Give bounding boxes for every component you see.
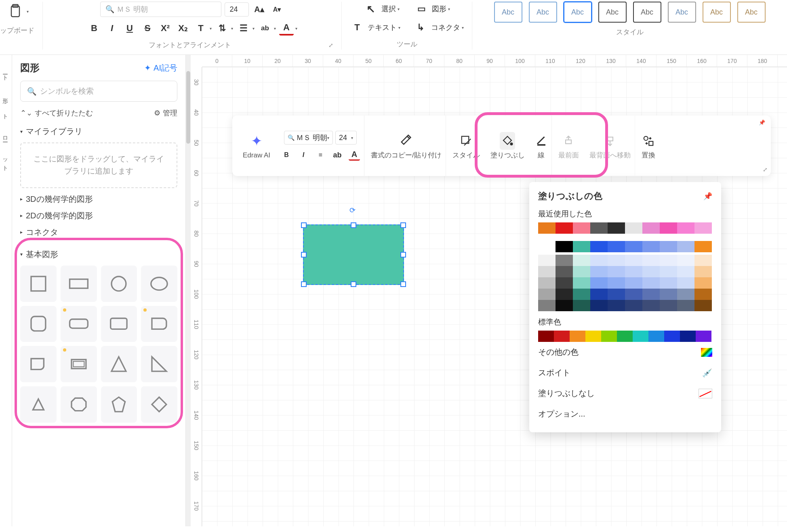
color-swatch[interactable]	[573, 255, 590, 266]
search-input[interactable]: 🔍 シンボルを検索	[20, 81, 177, 102]
shape-tile[interactable]	[101, 386, 137, 423]
paste-icon[interactable]	[6, 2, 25, 21]
shape-tile[interactable]	[61, 386, 97, 423]
font-family-select[interactable]: 🔍ＭＳ 明朝▾	[284, 131, 333, 145]
color-swatch[interactable]	[556, 277, 573, 289]
shape-tile[interactable]	[20, 346, 57, 382]
color-swatch[interactable]	[538, 300, 556, 311]
resize-handle[interactable]	[351, 281, 356, 287]
color-swatch[interactable]	[625, 222, 642, 234]
color-swatch[interactable]	[648, 331, 664, 342]
chevron-down-icon[interactable]: ▾	[448, 7, 450, 11]
color-swatch[interactable]	[608, 266, 625, 277]
bold-button[interactable]: B	[281, 149, 292, 161]
color-swatch[interactable]	[660, 289, 677, 300]
shape-tile[interactable]	[101, 306, 137, 342]
leftbar-item[interactable]: ト	[0, 102, 11, 124]
color-swatch[interactable]	[590, 277, 608, 289]
align-button[interactable]: ≡	[315, 149, 326, 161]
style-preset[interactable]: Abc	[529, 2, 557, 23]
style-icon[interactable]	[460, 132, 472, 150]
color-swatch[interactable]	[660, 300, 677, 311]
no-fill-button[interactable]: 塗りつぶしなし	[538, 383, 712, 404]
leftbar-item[interactable]: ロー	[0, 124, 11, 147]
shape-tile[interactable]	[20, 386, 57, 423]
eyedropper-button[interactable]: スポイト 💉	[538, 362, 712, 383]
color-swatch[interactable]	[660, 222, 677, 234]
color-swatch[interactable]	[608, 222, 625, 234]
color-swatch[interactable]	[538, 331, 554, 342]
resize-handle[interactable]	[301, 252, 307, 258]
font-color-button[interactable]: A	[279, 21, 294, 36]
text-format-button[interactable]: T	[194, 21, 208, 36]
color-swatch[interactable]	[573, 300, 590, 311]
color-swatch[interactable]	[608, 255, 625, 266]
color-swatch[interactable]	[573, 222, 590, 234]
section-3d[interactable]: ▸3Dの幾何学的図形	[20, 194, 177, 205]
color-swatch[interactable]	[590, 222, 608, 234]
shapes-icon[interactable]: ▭	[414, 2, 429, 16]
chevron-down-icon[interactable]: ▾	[398, 7, 400, 11]
italic-button[interactable]: I	[105, 21, 119, 36]
chevron-down-icon[interactable]: ▾	[398, 25, 400, 30]
dialog-launcher-icon[interactable]: ⤢	[763, 166, 768, 173]
dialog-launcher-icon[interactable]: ⤢	[328, 42, 333, 48]
color-swatch[interactable]	[677, 255, 694, 266]
color-swatch[interactable]	[677, 222, 694, 234]
shape-tile[interactable]	[101, 266, 137, 302]
resize-handle[interactable]	[301, 222, 307, 228]
color-swatch[interactable]	[677, 300, 694, 311]
color-swatch[interactable]	[608, 300, 625, 311]
color-swatch[interactable]	[538, 266, 556, 277]
color-swatch[interactable]	[538, 222, 556, 234]
italic-button[interactable]: I	[298, 149, 309, 161]
color-swatch[interactable]	[694, 241, 712, 252]
color-swatch[interactable]	[694, 255, 712, 266]
shape-tile[interactable]	[141, 266, 177, 302]
shape-tile[interactable]	[141, 306, 177, 342]
leftbar-item[interactable]: ート	[0, 63, 11, 86]
leftbar-item[interactable]: ット	[0, 147, 11, 176]
color-swatch[interactable]	[585, 331, 601, 342]
strikethrough-button[interactable]: S	[140, 21, 155, 36]
color-swatch[interactable]	[642, 300, 660, 311]
text-icon[interactable]: T	[350, 20, 364, 35]
chevron-down-icon[interactable]: ▾	[27, 9, 29, 14]
resize-handle[interactable]	[400, 252, 406, 258]
color-swatch[interactable]	[694, 289, 712, 300]
color-swatch[interactable]	[625, 289, 642, 300]
color-swatch[interactable]	[570, 331, 585, 342]
options-button[interactable]: オプション...	[538, 404, 712, 424]
color-swatch[interactable]	[573, 289, 590, 300]
shape-tile[interactable]	[101, 346, 137, 382]
color-swatch[interactable]	[573, 277, 590, 289]
color-swatch[interactable]	[625, 241, 642, 252]
color-swatch[interactable]	[642, 255, 660, 266]
style-preset[interactable]: Abc	[633, 2, 661, 23]
ai-symbol-button[interactable]: ✦ AI記号	[144, 63, 177, 73]
library-dropzone[interactable]: ここに図形をドラッグして、マイライブラリに追加します	[20, 142, 177, 188]
font-color-button[interactable]: A	[349, 149, 360, 161]
color-swatch[interactable]	[642, 222, 660, 234]
shape-tile[interactable]	[61, 346, 97, 382]
shape-tile[interactable]	[141, 346, 177, 382]
color-swatch[interactable]	[633, 331, 648, 342]
color-swatch[interactable]	[677, 289, 694, 300]
style-gallery[interactable]: AbcAbcAbcAbcAbcAbcAbcAbc	[492, 2, 767, 23]
color-swatch[interactable]	[556, 222, 573, 234]
color-swatch[interactable]	[590, 289, 608, 300]
style-preset[interactable]: Abc	[564, 2, 592, 23]
underline-button[interactable]: U	[122, 21, 137, 36]
bold-button[interactable]: B	[87, 21, 101, 36]
color-swatch[interactable]	[556, 241, 573, 252]
style-preset[interactable]: Abc	[703, 2, 731, 23]
style-preset[interactable]: Abc	[737, 2, 766, 23]
section-2d[interactable]: ▸2Dの幾何学的図形	[20, 210, 177, 221]
style-preset[interactable]: Abc	[598, 2, 627, 23]
color-swatch[interactable]	[590, 300, 608, 311]
chevron-down-icon[interactable]: ▾	[462, 25, 464, 30]
color-swatch[interactable]	[625, 277, 642, 289]
chevron-down-icon[interactable]: ▾	[295, 26, 297, 31]
manage-button[interactable]: ⚙ 管理	[154, 108, 177, 118]
color-swatch[interactable]	[625, 300, 642, 311]
